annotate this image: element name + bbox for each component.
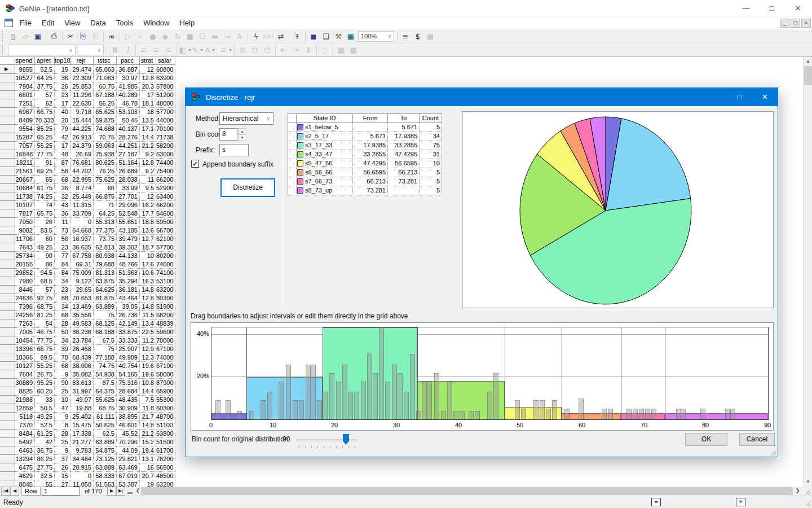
row-gutter[interactable] [0,404,15,413]
state-row-gutter[interactable] [288,150,297,159]
table-row[interactable]: 647527.752620.91563.88963.4691656500 [0,463,803,472]
grid-cell[interactable]: 61.75 [35,184,55,192]
state-count-cell[interactable]: 34 [420,132,442,141]
state-to-cell[interactable]: 47.4295 [388,150,420,159]
grid-cell[interactable]: 70100 [156,125,175,133]
grid-cell[interactable]: 36.75 [35,446,55,455]
row-number-input[interactable] [42,487,80,496]
grid-cell[interactable]: 11706 [15,235,35,243]
grid-cell[interactable]: 18211 [15,159,35,167]
state-id-cell[interactable]: s1_below_5 [297,123,353,132]
grid-cell[interactable]: 15.475 [70,421,94,430]
grid-cell[interactable]: 63400 [156,192,175,201]
state-col-to[interactable]: To [388,113,420,123]
grid-cell[interactable]: 33.875 [117,328,140,336]
grid-cell[interactable]: 7604 [15,370,35,379]
grid-cell[interactable]: 65.063 [94,65,117,74]
state-to-cell[interactable]: 33.2855 [388,141,420,150]
open-file-icon[interactable]: ▱ [19,30,32,42]
grid-cell[interactable]: 10127 [15,362,35,370]
grid-cell[interactable]: 6475 [15,463,35,472]
grid-cell[interactable]: 43.464 [117,294,140,303]
grid-cell[interactable]: 22.635 [70,99,94,108]
grid-cell[interactable]: 63.469 [117,463,140,472]
scrollbar-thumb[interactable] [804,66,812,85]
grid-cell[interactable]: 63900 [156,74,175,82]
grid-cell[interactable]: 46.601 [117,421,140,430]
grid-cell[interactable]: 14.4 [140,387,156,396]
grid-cell[interactable]: 20 [55,116,70,125]
grid-cell[interactable]: 68.5 [35,277,55,286]
cancel-button[interactable]: Cancel [739,433,775,446]
grid-cell[interactable]: 10684 [15,184,35,192]
grid-cell[interactable]: 73.125 [94,455,117,463]
grid-cell[interactable]: 76.681 [70,159,94,167]
grid-cell[interactable]: 60 [35,235,55,243]
mdi-close-button[interactable]: ✕ [801,19,811,28]
grid-cell[interactable]: 57700 [156,108,175,116]
repair-network-icon[interactable]: ⚒ [332,30,345,42]
grid-cell[interactable]: 60300 [156,404,175,413]
grid-cell[interactable]: 12.8 [140,74,156,82]
grid-cell[interactable]: 12859 [15,404,35,413]
grid-cell[interactable]: 80300 [156,294,175,303]
grid-cell[interactable]: 74 [35,201,55,209]
grid-cell[interactable]: 63200 [156,286,175,294]
menu-window[interactable]: Window [138,17,174,29]
state-row-gutter[interactable] [288,177,297,186]
row-gutter[interactable] [0,243,15,252]
grid-cell[interactable]: 22.309 [70,74,94,82]
grid-cell[interactable]: 42.149 [117,319,140,328]
column-header-apret[interactable]: apret [35,57,55,65]
table-row[interactable]: ▶985552.51529.47465.06336.8871260800 [0,65,803,74]
size-combo[interactable]: ∨ [78,45,104,55]
grid-cell[interactable]: 75.938 [94,150,117,159]
column-header-salar[interactable]: salar [156,57,175,65]
menu-help[interactable]: Help [174,17,200,29]
row-gutter[interactable] [0,311,15,319]
grid-cell[interactable]: 12.8 [140,159,156,167]
state-id-cell[interactable]: s2_5_17 [297,132,353,141]
grid-cell[interactable]: 83.5 [35,226,55,235]
grid-cell[interactable]: 88 [55,294,70,303]
grid-cell[interactable]: 15.2 [140,438,156,446]
current-row-marker[interactable]: ▶ [0,65,15,74]
state-to-cell[interactable]: 73.281 [388,177,420,186]
column-header-strat[interactable]: strat [140,57,156,65]
grid-cell[interactable]: 7980 [15,277,35,286]
interval-boundary-1[interactable] [246,327,247,419]
grid-cell[interactable]: 32.5 [35,472,55,480]
grid-cell[interactable]: 92.75 [35,294,55,303]
grid-cell[interactable]: 52900 [156,184,175,192]
grid-cell[interactable]: 11.8 [140,404,156,413]
grid-cell[interactable]: 51.363 [117,269,140,277]
grid-cell[interactable]: 51500 [156,438,175,446]
grid-cell[interactable]: 25 [55,387,70,396]
grid-cell[interactable]: 73 [55,226,70,235]
grid-cell[interactable]: 36.635 [70,243,94,252]
grid-cell[interactable]: 26.689 [117,167,140,176]
row-gutter[interactable] [0,150,15,159]
grid-cell[interactable]: 68.75 [94,404,117,413]
grid-cell[interactable]: 51.164 [117,159,140,167]
row-gutter[interactable] [0,396,15,404]
state-to-cell[interactable]: 17.9385 [388,132,420,141]
grid-cell[interactable]: 38.006 [70,362,94,370]
grid-cell[interactable]: 57 [35,286,55,294]
grid-cell[interactable]: 67.758 [70,252,94,260]
grid-cell[interactable]: 25.449 [70,192,94,201]
grid-cell[interactable]: 44.225 [70,125,94,133]
grid-cell[interactable]: 9.783 [70,446,94,455]
row-gutter[interactable] [0,235,15,243]
grid-cell[interactable]: 8 [55,421,70,430]
grid-cell[interactable]: 18 [140,108,156,116]
grid-cell[interactable]: 58200 [156,142,175,150]
grid-cell[interactable]: 65900 [156,387,175,396]
row-gutter[interactable] [0,184,15,192]
grid-cell[interactable]: 8484 [15,430,35,438]
row-gutter[interactable] [0,167,15,176]
interval-boundary-5[interactable] [562,327,562,419]
bin-count-stepper[interactable]: ▲ ▼ [237,128,246,141]
grid-cell[interactable]: 65.25 [35,133,55,142]
grid-cell[interactable]: 66700 [156,226,175,235]
